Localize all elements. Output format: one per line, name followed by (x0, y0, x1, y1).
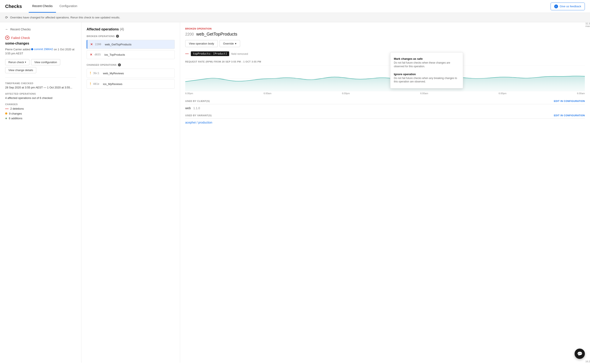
x-label-0: 6:00pm (185, 92, 193, 95)
modifications-text: 9 changes (9, 112, 22, 115)
notification-banner: ⟳ Overrides have changed for affected op… (0, 13, 590, 22)
refresh-icon: ⟳ (5, 15, 8, 20)
used-by-clients-section: USED BY CLIENT(S) EDIT IN CONFIGURATION … (185, 100, 585, 110)
op-hash-3: 3bc1 (93, 72, 101, 75)
op-hash: 2200 (95, 43, 103, 46)
op-name: web_GetTopProducts (105, 43, 131, 46)
client-version: 1.1.0 (193, 106, 200, 110)
op-hash-2: d655 (94, 53, 102, 56)
chart-wrapper: 32.3 max 16.2 (185, 65, 585, 91)
tab-recent-checks[interactable]: Recent Checks (29, 0, 56, 13)
view-change-details-button[interactable]: View change details (5, 67, 36, 73)
client-name: web (185, 106, 191, 110)
page-title: Checks (5, 4, 22, 9)
check-meta-prefix: Pierre Carrier added (5, 48, 30, 51)
ops-title: Affected operations (4) (87, 27, 175, 31)
edit-in-configuration-link[interactable]: EDIT IN CONFIGURATION (554, 100, 585, 102)
mark-safe-desc: Do not fail future checks when these cha… (394, 61, 459, 68)
chat-button[interactable]: 💬 (575, 349, 585, 359)
detail-op-name: web_GetTopProducts (196, 32, 237, 36)
action-buttons: Rerun check ▾ View configuration (5, 59, 76, 65)
mark-safe-option[interactable]: Mark changes as safe Do not fail future … (390, 55, 463, 71)
failed-check-indicator: ✕ Failed Check (5, 36, 76, 40)
op-item-web-my-reviews[interactable]: ! 3bc1 web_MyReviews (87, 69, 175, 78)
main-layout: ← Recent Checks ✕ Failed Check some-chan… (0, 22, 590, 363)
field-removed-tag: topProducts: [Product] (191, 51, 229, 56)
edit-in-configuration-link-2[interactable]: EDIT IN CONFIGURATION (554, 114, 585, 117)
broken-ops-info-icon[interactable]: i (116, 35, 119, 38)
content-area: Affected operations (4) BROKEN OPERATION… (81, 22, 590, 363)
override-button[interactable]: Override ▾ (220, 40, 240, 47)
op-item-web-get-top-products[interactable]: ✕ 2200 web_GetTopProducts (87, 40, 175, 49)
op-item-ios-top-products[interactable]: ✕ d655 ios_TopProducts (87, 50, 175, 59)
detail-actions: View operation body Override ▾ (185, 40, 585, 47)
back-button[interactable]: ← Recent Checks (5, 27, 76, 31)
view-operation-body-button[interactable]: View operation body (185, 40, 218, 47)
change-modifications: 9 changes (5, 112, 76, 115)
used-by-clients-header: USED BY CLIENT(S) EDIT IN CONFIGURATION (185, 100, 585, 104)
feedback-button[interactable]: i Give us feedback (550, 3, 585, 10)
override-dropdown: Mark changes as safe Do not fail future … (390, 52, 463, 88)
rerun-check-button[interactable]: Rerun check ▾ (5, 59, 29, 65)
x-label-3: 6:00am (420, 92, 428, 95)
banner-message: Overrides have changed for affected oper… (10, 16, 120, 19)
changed-ops-label: CHANGED OPERATIONS i (87, 63, 175, 66)
chart-y-labels: 32.3 max 16.2 (584, 22, 590, 363)
feedback-label: Give us feedback (560, 5, 581, 8)
field-removed-row: — topProducts: [Product] field removed (185, 51, 585, 56)
used-by-variants-label: USED BY VARIANT(S) (185, 114, 212, 117)
sidebar: ← Recent Checks ✕ Failed Check some-chan… (0, 22, 81, 363)
chart-x-labels: 6:00pm 6:00am 6:00pm 6:00am 6:00pm 6:00a… (185, 92, 585, 95)
deletions-text: 2 deletions (10, 107, 24, 110)
detail-hash: 2200 (185, 32, 194, 36)
op-name-3: web_MyReviews (103, 72, 124, 75)
op-item-ios-my-reviews[interactable]: ! 481e ios_MyReviews (87, 79, 175, 89)
field-removed-dash-icon: — (185, 52, 189, 56)
back-label: Recent Checks (10, 28, 31, 31)
chat-icon: 💬 (577, 351, 583, 356)
affected-ops-label: AFFECTED OPERATIONS (5, 92, 76, 95)
commit-link[interactable]: commit 298642 (31, 47, 53, 51)
ignore-op-title: Ignore operation (394, 73, 459, 76)
op-hash-4: 481e (93, 82, 101, 85)
variant-link[interactable]: acephei / production (185, 121, 212, 124)
nav-tabs: Recent Checks Configuration (29, 0, 80, 13)
tab-configuration[interactable]: Configuration (56, 0, 80, 13)
chevron-down-icon: ▾ (25, 61, 26, 64)
warn-icon-2: ! (90, 82, 91, 86)
header-right: i Give us feedback (550, 3, 585, 10)
detail-panel: BROKEN OPERATION 2200 web_GetTopProducts… (180, 22, 590, 363)
chevron-icon: ▾ (235, 42, 236, 45)
affected-ops-value: 4 affected operations out of 6 checked (5, 96, 76, 100)
chart-max-label: 32.3 max (585, 22, 590, 27)
changed-ops-info-icon[interactable]: i (118, 63, 121, 66)
mark-safe-title: Mark changes as safe (394, 57, 459, 60)
failed-check-label: Failed Check (11, 36, 30, 40)
change-details-row: View change details (5, 67, 76, 73)
x-label-2: 6:00pm (342, 92, 350, 95)
changes-label: CHANGES (5, 103, 76, 105)
used-by-clients-label: USED BY CLIENT(S) (185, 100, 210, 102)
broken-x-icon-2: ✕ (90, 53, 92, 56)
divider-1 (5, 78, 76, 78)
changed-ops-section: CHANGED OPERATIONS i ! 3bc1 web_MyReview… (87, 63, 175, 89)
commit-dot-icon (31, 48, 33, 50)
back-arrow-icon: ← (5, 27, 9, 31)
ignore-op-desc: Do not fail future checks when any break… (394, 77, 459, 84)
operations-panel: Affected operations (4) BROKEN OPERATION… (81, 22, 180, 363)
check-meta: Pierre Carrier added commit 298642 on 1 … (5, 47, 76, 56)
broken-op-label: BROKEN OPERATION (185, 27, 585, 30)
ops-count: (4) (120, 27, 124, 31)
chart-mid-label: 16.2 (585, 360, 590, 363)
field-removed-text: field removed (231, 52, 248, 55)
timeframe-label: TIMEFRAME CHECKED (5, 82, 76, 84)
check-name: some-changes (5, 42, 76, 46)
chart-container (185, 65, 585, 91)
commit-label: commit 298642 (34, 47, 53, 51)
rerun-label: Rerun check (8, 61, 24, 64)
warn-icon: ! (90, 71, 91, 75)
ignore-operation-option[interactable]: Ignore operation Do not fail future chec… (390, 71, 463, 86)
view-configuration-button[interactable]: View configuration (31, 59, 60, 65)
chart-label: REQUEST RATE (RPM) FROM 28 SEP 3:55 PM -… (185, 60, 585, 63)
op-name-4: ios_MyReviews (103, 82, 122, 86)
